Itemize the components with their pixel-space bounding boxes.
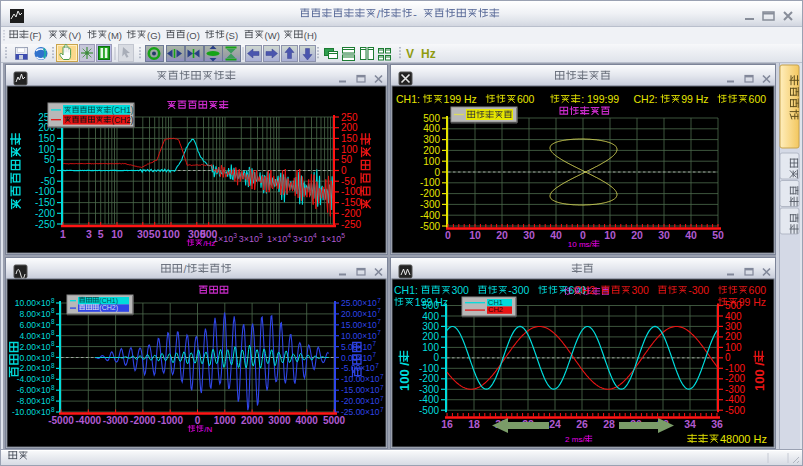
- svg-text:400: 400: [422, 311, 439, 322]
- svg-text:20.00×10: 20.00×10: [341, 309, 377, 319]
- svg-text:36: 36: [711, 418, 723, 430]
- svg-text:CH1:: CH1:: [394, 284, 418, 296]
- svg-text:7: 7: [373, 351, 377, 358]
- svg-text:Hz: Hz: [421, 47, 436, 61]
- svg-text:150: 150: [38, 133, 55, 144]
- svg-text:-2.00×10: -2.00×10: [17, 363, 51, 373]
- svg-text:40: 40: [550, 229, 562, 241]
- svg-text:-50: -50: [341, 176, 356, 187]
- svg-text:7: 7: [377, 307, 381, 314]
- svg-text:-50: -50: [41, 176, 56, 187]
- svg-text:15.00×10: 15.00×10: [341, 320, 377, 330]
- svg-text:-15.00×10: -15.00×10: [341, 385, 380, 395]
- svg-text:/Hz: /Hz: [203, 239, 215, 248]
- svg-text:3: 3: [259, 232, 263, 239]
- svg-text:(CH2): (CH2): [99, 304, 118, 312]
- svg-text:-20.00×10: -20.00×10: [341, 396, 380, 406]
- svg-text:4: 4: [287, 232, 291, 239]
- svg-text:-200: -200: [341, 208, 361, 219]
- svg-text:10: 10: [469, 229, 481, 241]
- svg-text:25.00×10: 25.00×10: [341, 298, 377, 308]
- svg-text:500: 500: [423, 113, 440, 124]
- svg-text:100: 100: [422, 342, 439, 353]
- svg-text:2000: 2000: [241, 415, 264, 426]
- svg-text:30: 30: [658, 229, 670, 241]
- svg-text:5000: 5000: [323, 415, 346, 426]
- svg-text:3×10: 3×10: [293, 234, 313, 244]
- svg-text:-: -: [413, 8, 417, 20]
- svg-text:-500: -500: [725, 405, 745, 416]
- svg-text:8: 8: [51, 297, 55, 304]
- svg-text:50: 50: [149, 228, 161, 240]
- svg-text:-5000: -5000: [48, 415, 74, 426]
- svg-text:18: 18: [468, 418, 480, 430]
- svg-text:10: 10: [111, 228, 123, 240]
- svg-text:7: 7: [380, 384, 384, 391]
- svg-text:7: 7: [377, 297, 381, 304]
- svg-text:400: 400: [725, 311, 742, 322]
- svg-text:30: 30: [137, 228, 149, 240]
- svg-text:-6.00×10: -6.00×10: [17, 385, 51, 395]
- svg-text:-200: -200: [420, 188, 440, 199]
- svg-text:200: 200: [422, 331, 439, 342]
- svg-text:3×10: 3×10: [239, 234, 259, 244]
- svg-text:10.00×10: 10.00×10: [15, 298, 51, 308]
- svg-text:600: 600: [517, 93, 535, 105]
- svg-text:1: 1: [60, 228, 66, 240]
- svg-text:8: 8: [51, 384, 55, 391]
- svg-text:200: 200: [423, 145, 440, 156]
- svg-text:-3000: -3000: [103, 415, 129, 426]
- svg-text:600: 600: [749, 284, 767, 296]
- svg-text:-200: -200: [419, 373, 439, 384]
- svg-text:-500: -500: [420, 221, 440, 232]
- svg-text:8: 8: [51, 351, 55, 358]
- svg-text:-300: -300: [725, 384, 745, 395]
- svg-text:8: 8: [51, 395, 55, 402]
- svg-text:7: 7: [375, 362, 379, 369]
- svg-text:1000: 1000: [214, 415, 237, 426]
- svg-text:1×10: 1×10: [321, 234, 341, 244]
- svg-text:-500: -500: [419, 405, 439, 416]
- svg-text:8: 8: [51, 340, 55, 347]
- svg-text:26: 26: [576, 418, 588, 430]
- svg-text:24: 24: [549, 418, 561, 430]
- svg-text:200: 200: [725, 331, 742, 342]
- svg-text:(G): (G): [147, 30, 161, 41]
- svg-text:200: 200: [341, 122, 358, 133]
- svg-text:5: 5: [98, 228, 104, 240]
- svg-text:1×10: 1×10: [213, 234, 233, 244]
- svg-text:7: 7: [380, 373, 384, 380]
- svg-text:40: 40: [685, 229, 697, 241]
- svg-text:300: 300: [725, 321, 742, 332]
- svg-text:8: 8: [51, 406, 55, 413]
- svg-text:4.00×10: 4.00×10: [20, 331, 51, 341]
- svg-text:CH2: CH2: [488, 305, 503, 314]
- svg-text:50: 50: [712, 229, 724, 241]
- svg-text:-250: -250: [35, 219, 55, 230]
- svg-text:-300: -300: [420, 199, 440, 210]
- svg-text:-2000: -2000: [130, 415, 156, 426]
- svg-text:(W): (W): [265, 30, 280, 41]
- svg-text:/N: /N: [204, 425, 212, 434]
- svg-text:100: 100: [341, 144, 358, 155]
- svg-text:-25.00×10: -25.00×10: [341, 407, 380, 417]
- svg-text:400: 400: [423, 123, 440, 134]
- svg-text:300: 300: [422, 321, 439, 332]
- svg-text:-100: -100: [35, 186, 55, 197]
- svg-text:8: 8: [51, 329, 55, 336]
- svg-text:-4000: -4000: [76, 415, 102, 426]
- svg-text:4000: 4000: [296, 415, 319, 426]
- svg-text:48000 Hz: 48000 Hz: [720, 433, 767, 445]
- svg-text:CH2:: CH2:: [574, 284, 598, 296]
- svg-text:-400: -400: [725, 394, 745, 405]
- svg-text:100: 100: [162, 228, 180, 240]
- svg-text:5: 5: [341, 232, 345, 239]
- svg-text:(H): (H): [304, 30, 317, 41]
- svg-text:34: 34: [684, 418, 696, 430]
- svg-text:100: 100: [38, 144, 55, 155]
- svg-text:8: 8: [51, 362, 55, 369]
- svg-text:(CH1): (CH1): [112, 106, 134, 115]
- svg-text:-250: -250: [341, 219, 361, 230]
- svg-text:28: 28: [603, 418, 615, 430]
- svg-text:(M): (M): [108, 30, 122, 41]
